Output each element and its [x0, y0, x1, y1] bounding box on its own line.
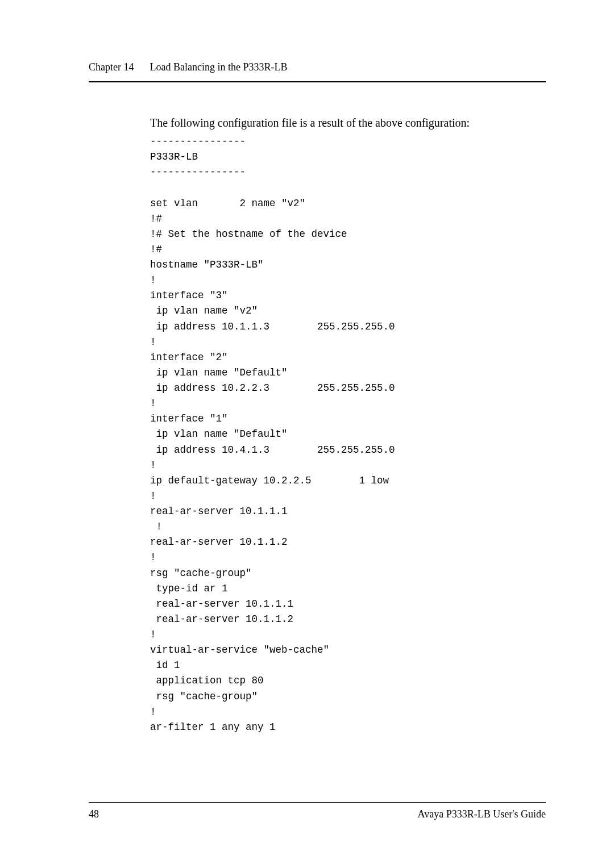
page-footer: 48 Avaya P333R-LB User's Guide — [89, 802, 546, 820]
guide-title: Avaya P333R-LB User's Guide — [418, 808, 546, 820]
header-rule — [89, 81, 546, 82]
document-page: Chapter 14 Load Balancing in the P333R-L… — [0, 0, 614, 735]
footer-rule — [89, 802, 546, 803]
page-number: 48 — [89, 808, 99, 820]
page-header: Chapter 14 Load Balancing in the P333R-L… — [89, 61, 546, 73]
config-code-block: ---------------- P333R-LB --------------… — [150, 134, 546, 735]
chapter-label: Chapter 14 — [89, 61, 134, 73]
footer-line: 48 Avaya P333R-LB User's Guide — [89, 808, 546, 820]
chapter-title: Load Balancing in the P333R-LB — [150, 61, 287, 73]
intro-paragraph: The following configuration file is a re… — [150, 116, 546, 130]
